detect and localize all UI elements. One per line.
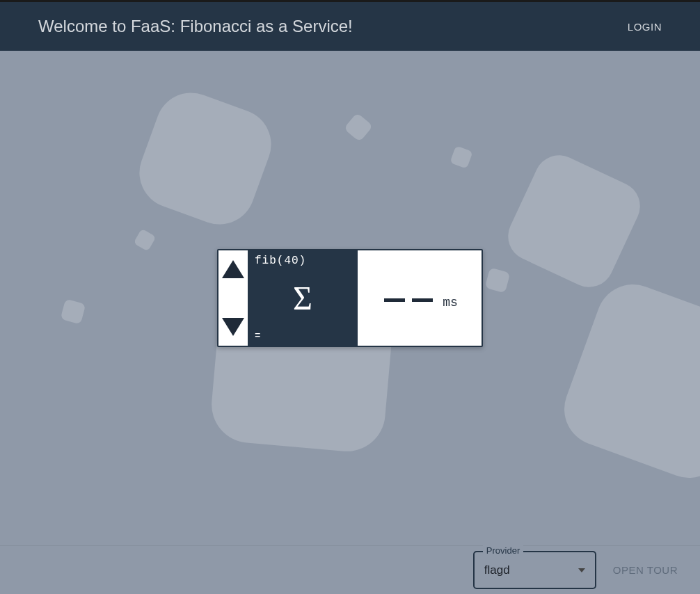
provider-selected-value: flagd xyxy=(484,563,578,577)
expression-panel: fib(40) Σ = xyxy=(248,250,358,346)
bg-decor-shape xyxy=(134,229,157,252)
fib-expression: fib(40) xyxy=(255,255,351,267)
bg-decor-shape xyxy=(344,113,373,142)
equals-label: = xyxy=(255,330,261,342)
bg-decor-shape xyxy=(554,274,700,488)
chevron-down-icon xyxy=(578,568,585,572)
provider-field-label: Provider xyxy=(483,545,523,556)
ms-unit-label: ms xyxy=(443,296,458,310)
result-placeholder: ms xyxy=(384,291,455,305)
result-dash xyxy=(412,298,433,302)
bg-decor-shape xyxy=(500,147,649,296)
bg-decor-shape xyxy=(450,145,472,168)
main-content: fib(40) Σ = ms xyxy=(0,51,700,545)
login-button[interactable]: LOGIN xyxy=(628,21,662,33)
open-tour-button[interactable]: OPEN TOUR xyxy=(603,557,687,583)
provider-select[interactable]: Provider flagd xyxy=(473,551,596,589)
result-panel: ms xyxy=(358,250,482,346)
app-header: Welcome to FaaS: Fibonacci as a Service!… xyxy=(0,2,700,51)
decrement-n-button[interactable] xyxy=(222,318,244,336)
bg-decor-shape xyxy=(485,268,511,294)
compute-button[interactable]: Σ xyxy=(293,282,312,315)
result-dash xyxy=(384,298,405,302)
n-stepper xyxy=(218,250,248,346)
increment-n-button[interactable] xyxy=(222,260,244,278)
bg-decor-shape xyxy=(129,83,281,234)
app-footer: Provider flagd OPEN TOUR xyxy=(0,545,700,594)
fibonacci-calculator-card: fib(40) Σ = ms xyxy=(217,249,483,347)
bg-decor-shape xyxy=(61,299,86,325)
page-title: Welcome to FaaS: Fibonacci as a Service! xyxy=(38,17,353,36)
